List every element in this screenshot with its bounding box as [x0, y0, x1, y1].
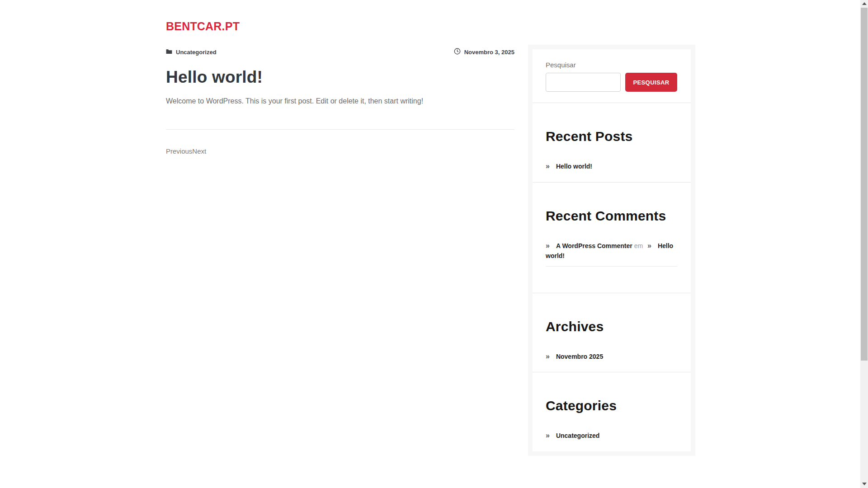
comment-author-link[interactable]: A WordPress Commenter: [556, 242, 632, 249]
double-chevron-icon: »: [647, 242, 651, 249]
sidebar-card: Pesquisar PESQUISAR Recent Posts »Hello …: [533, 49, 691, 451]
recent-posts-widget: Recent Posts »Hello world!: [533, 103, 691, 183]
recent-comment-item: »A WordPress Commenter em »Hello world!: [546, 240, 678, 267]
scrollbar-down-arrow-icon[interactable]: [862, 483, 867, 485]
double-chevron-icon: »: [546, 352, 550, 360]
category-item: »Uncategorized: [546, 430, 678, 441]
content-divider: [166, 129, 514, 130]
search-submit-button[interactable]: PESQUISAR: [625, 73, 677, 92]
main-content: BENTCAR.PT Uncategorized Novembro 3, 202…: [166, 20, 514, 155]
double-chevron-icon: »: [546, 432, 550, 439]
archive-item: »Novembro 2025: [546, 351, 678, 362]
search-label: Pesquisar: [546, 61, 678, 69]
post-title: Hello world!: [166, 68, 514, 87]
scrollbar-up-arrow-icon[interactable]: [862, 2, 867, 5]
search-widget: Pesquisar PESQUISAR: [533, 49, 691, 103]
folder-icon: [166, 49, 172, 56]
recent-comments-widget: Recent Comments »A WordPress Commenter e…: [533, 183, 691, 293]
recent-posts-title: Recent Posts: [546, 128, 678, 145]
recent-comments-title: Recent Comments: [546, 208, 678, 224]
double-chevron-icon: »: [546, 242, 550, 249]
post-body-text: Welcome to WordPress. This is your first…: [166, 96, 514, 106]
sidebar: Pesquisar PESQUISAR Recent Posts »Hello …: [528, 45, 695, 456]
post-navigation: PreviousNext: [166, 147, 514, 155]
recent-post-link[interactable]: Hello world!: [556, 163, 592, 170]
scrollbar-thumb[interactable]: [861, 8, 868, 361]
categories-widget: Categories »Uncategorized: [533, 372, 691, 451]
next-post-link[interactable]: Next: [192, 147, 206, 155]
category-link[interactable]: Uncategorized: [556, 432, 599, 439]
scrollbar[interactable]: [860, 0, 868, 488]
archive-link[interactable]: Novembro 2025: [556, 353, 603, 360]
categories-title: Categories: [546, 398, 678, 414]
post-category-meta: Uncategorized: [166, 49, 217, 56]
archives-widget: Archives »Novembro 2025: [533, 293, 691, 372]
clock-icon: [454, 48, 461, 56]
comment-connector: em: [634, 242, 643, 249]
double-chevron-icon: »: [546, 162, 550, 170]
post-date: Novembro 3, 2025: [464, 49, 514, 56]
archives-title: Archives: [546, 319, 678, 335]
recent-post-item: »Hello world!: [546, 161, 678, 172]
search-input[interactable]: [546, 73, 621, 92]
previous-post-link[interactable]: Previous: [166, 147, 192, 155]
post-date-meta: Novembro 3, 2025: [454, 48, 514, 56]
post-meta: Uncategorized Novembro 3, 2025: [166, 48, 514, 56]
post-category-link[interactable]: Uncategorized: [176, 49, 217, 56]
site-title-link[interactable]: BENTCAR.PT: [166, 20, 240, 33]
